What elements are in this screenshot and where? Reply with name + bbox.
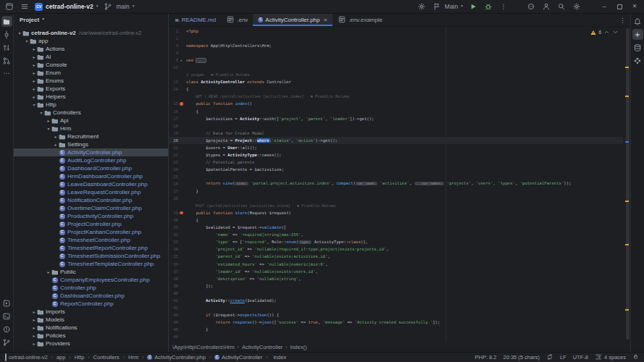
inspection-widget[interactable]: 6: [590, 29, 619, 35]
tree-chevron-icon[interactable]: ▸: [31, 62, 37, 67]
tree-item-leavedashboardcontroller.php[interactable]: CLeaveDashboardController.php: [14, 180, 168, 188]
tree-item-console[interactable]: ▸Console: [14, 61, 168, 69]
code-line-24[interactable]: 24 $potentialParents = $activities;: [169, 166, 623, 173]
code-line-28[interactable]: 28: [169, 195, 623, 202]
commit-icon[interactable]: [1, 29, 12, 40]
code-line-42[interactable]: 42: [169, 304, 623, 311]
main-menu-icon[interactable]: [20, 1, 30, 12]
pull-requests-icon[interactable]: [1, 55, 12, 66]
build-icon[interactable]: [417, 1, 427, 12]
tab-activitycontroller.php[interactable]: CActivityController.php✕: [253, 14, 333, 26]
code-line-45[interactable]: 45 }: [169, 326, 623, 333]
debug-icon[interactable]: [483, 1, 493, 12]
tree-item-notifications[interactable]: ▸Notifications: [14, 324, 168, 332]
tab-.env[interactable]: .env: [221, 14, 253, 26]
tree-item-providers[interactable]: ▸Providers: [14, 340, 168, 348]
tree-item-timesheettemplatecontroller.php[interactable]: CTimesheetTemplateController.php: [14, 260, 168, 268]
tree-item-reportcontroller.php[interactable]: CReportController.php: [14, 300, 168, 308]
code-line-33[interactable]: 33 'type' => ['required', Rule::enum(typ…: [169, 238, 623, 245]
code-line-27[interactable]: 27 }: [169, 188, 623, 195]
search-icon[interactable]: [556, 1, 566, 12]
code-line-12[interactable]: 12: [169, 64, 623, 71]
tree-item-activitycontroller.php[interactable]: CActivityController.php: [14, 148, 168, 156]
tree-item-dashboardcontroller.php[interactable]: CDashboardController.php: [14, 292, 168, 300]
tree-item-api[interactable]: ▸Api: [14, 117, 168, 125]
code-line-23[interactable]: 23 // Potential parents: [169, 159, 623, 166]
tree-item-policies[interactable]: ▸Policies: [14, 332, 168, 340]
tree-item-dashboardcontroller.php[interactable]: CDashboardController.php: [14, 164, 168, 172]
tree-chevron-icon[interactable]: ▸: [31, 341, 37, 346]
database-icon[interactable]: [632, 42, 643, 53]
tree-item-ai[interactable]: ▸AI: [14, 53, 168, 61]
tree-chevron-icon[interactable]: ▸: [31, 317, 37, 322]
code-line-5[interactable]: 5▸use ...: [169, 56, 623, 64]
breadcrumb-item[interactable]: index(): [290, 344, 306, 350]
tree-item-notificationcontroller.php[interactable]: CNotificationController.php: [14, 196, 168, 204]
code-line-1[interactable]: 1<?php: [169, 28, 623, 35]
warning-stripe-mark[interactable]: [625, 67, 629, 68]
version-control-icon[interactable]: [1, 337, 12, 348]
tree-item-hrm[interactable]: ▾Hrm: [14, 125, 168, 132]
project-icon[interactable]: [1, 16, 12, 27]
status-crumb-http[interactable]: Http: [75, 354, 85, 361]
tree-chevron-icon[interactable]: ▸: [46, 269, 51, 274]
app-window-icon[interactable]: [4, 1, 14, 12]
problems-icon[interactable]: [1, 324, 12, 334]
status-crumb-app[interactable]: app: [57, 354, 66, 361]
code-line-16[interactable]: 16 {: [169, 108, 623, 115]
tree-item-leaverequestcontroller.php[interactable]: CLeaveRequestController.php: [14, 188, 168, 196]
tree-chevron-icon[interactable]: ▸: [31, 78, 37, 83]
code-line-41[interactable]: 41 Activity::create($validated);: [169, 297, 623, 304]
warning-stripe-mark[interactable]: [625, 201, 629, 202]
status-widget-lock[interactable]: [632, 353, 639, 361]
tree-chevron-icon[interactable]: ▸: [53, 142, 59, 147]
tree-item-settings[interactable]: ▸Settings: [14, 140, 168, 148]
code-line-22[interactable]: 22 $types = ActivityType::cases();: [169, 151, 623, 159]
code-line-21[interactable]: 21 $users = User::all();: [169, 144, 623, 151]
code-line-44[interactable]: 44 return response()->json(['success' =>…: [169, 319, 623, 326]
status-widget-utf-8[interactable]: UTF-8: [573, 354, 588, 361]
tree-chevron-icon[interactable]: ▸: [46, 118, 51, 123]
ai-assistant-icon[interactable]: [632, 29, 643, 40]
tree-item-models[interactable]: ▸Models: [14, 316, 168, 324]
code-line-2[interactable]: 2: [169, 35, 623, 42]
code-line-35[interactable]: 35 'parent_id' => 'nullable|exists:activ…: [169, 253, 623, 260]
editor-scrollbar[interactable]: [626, 28, 630, 340]
code-line-13[interactable]: 13class ActivityController extends Contr…: [169, 78, 623, 85]
tree-item-enums[interactable]: ▸Enums: [14, 77, 168, 85]
tree-chevron-icon[interactable]: ▾: [17, 30, 22, 35]
tree-item-hrmdashboardcontroller.php[interactable]: CHrmDashboardController.php: [14, 172, 168, 180]
tree-item-public[interactable]: ▸Public: [14, 268, 168, 276]
tree-item-projectkanbancontroller.php[interactable]: CProjectKanbanController.php: [14, 228, 168, 236]
tree-chevron-icon[interactable]: ▾: [38, 110, 44, 115]
maximize-icon[interactable]: [614, 1, 624, 12]
more-v-icon[interactable]: ⋮: [498, 1, 509, 12]
tab-options-icon[interactable]: ⋮: [619, 14, 630, 26]
services-icon[interactable]: [1, 298, 12, 308]
plugins-icon[interactable]: [632, 55, 643, 66]
tree-item-recruitment[interactable]: ▸Recruitment: [14, 132, 168, 140]
warning-stripe-mark[interactable]: [625, 244, 629, 245]
minimize-icon[interactable]: –: [599, 1, 609, 12]
tree-item-cetrad-online-v2[interactable]: ▾cetrad-online-v2/var/www/cetrad-online-…: [14, 29, 168, 37]
status-widget-20-35-5-chars-[interactable]: 20:35 (5 chars): [503, 354, 540, 361]
tree-chevron-icon[interactable]: ▾: [46, 126, 51, 131]
code-with-me-icon[interactable]: [541, 1, 551, 12]
status-crumb-controllers[interactable]: Controllers: [93, 354, 120, 361]
fold-arrow-icon[interactable]: ▸: [178, 56, 185, 64]
code-line-32[interactable]: 32 'name' => 'required|string|max:255',: [169, 231, 623, 238]
terminal-icon[interactable]: [1, 311, 12, 321]
code-line-4[interactable]: 4: [169, 49, 623, 56]
tree-chevron-icon[interactable]: ▸: [31, 333, 37, 338]
code-line-30[interactable]: 30 {: [169, 216, 623, 224]
breadcrumb-item[interactable]: \App\Http\Controllers\Hrm: [172, 344, 235, 350]
tree-item-timesheetsubmissioncontroller.php[interactable]: CTimesheetSubmissionController.php: [14, 252, 168, 260]
status-crumb-activitycontroller.php[interactable]: CActivityController.php: [147, 354, 205, 361]
tree-item-projectcontroller.php[interactable]: CProjectController.php: [14, 220, 168, 228]
run-icon[interactable]: [468, 1, 478, 12]
status-widget-4-spaces[interactable]: 4 spaces: [595, 353, 626, 362]
chevron-down-icon[interactable]: ▾: [42, 17, 44, 22]
status-crumb-activitycontroller[interactable]: CActivityController: [214, 354, 262, 361]
tree-item-timesheetreportcontroller.php[interactable]: CTimesheetReportController.php: [14, 244, 168, 252]
tab-.env.example[interactable]: .env.example: [333, 14, 388, 26]
